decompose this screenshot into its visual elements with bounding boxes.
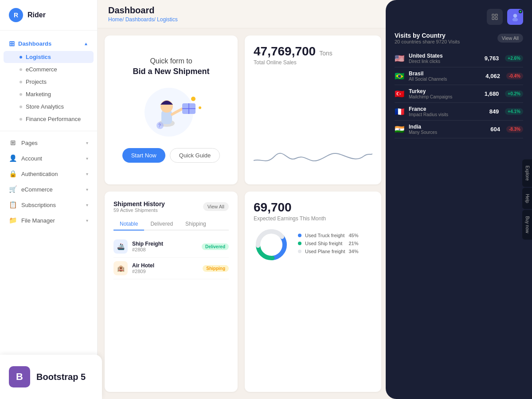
plane-value: 34% (349, 249, 359, 254)
visits-subtitle: 20 countries share 9720 Visits (395, 39, 460, 44)
sidebar-dashboards-toggle[interactable]: ⊞ Dashboards ▲ (0, 37, 97, 51)
chevron-right-icon: ▾ (86, 187, 88, 192)
svg-text:?: ? (158, 123, 161, 128)
sidebar-item-projects[interactable]: Projects (4, 76, 94, 88)
country-item: 🇹🇷 Turkey Mailchimp Campaigns 1,680 +0.2… (395, 85, 523, 103)
page-title: Dashboard (108, 5, 178, 16)
sidebar-item-marketing[interactable]: Marketing (4, 88, 94, 100)
dark-right-panel: Visits by Country 20 countries share 972… (386, 0, 532, 399)
plane-dot (298, 250, 301, 253)
shipment-history-card: Shipment History 59 Active Shipments Vie… (105, 192, 238, 392)
country-info: United States Direct link clicks (409, 53, 481, 64)
online-sales-number: 47,769,700 (254, 44, 316, 59)
sidebar-item-account[interactable]: 👤 Account ▾ (0, 151, 97, 166)
tab-notable[interactable]: Notable (113, 218, 144, 231)
country-value: 9,763 (485, 55, 499, 62)
dot (20, 68, 22, 71)
svg-rect-29 (492, 14, 494, 16)
promo-illustration: ? (136, 83, 207, 141)
country-flag: 🇧🇷 (395, 71, 405, 81)
country-value: 1,680 (485, 90, 499, 97)
quick-guide-button[interactable]: Quick Guide (170, 148, 220, 163)
sidebar-item-pages[interactable]: ⊞ Pages ▾ (0, 135, 97, 150)
online-indicator (519, 10, 522, 13)
country-value: 849 (489, 108, 499, 115)
country-flag: 🇫🇷 (395, 107, 405, 117)
shipment-name: Ship Freight (132, 241, 197, 247)
earnings-number: 69,700 (254, 200, 372, 215)
help-tab[interactable]: Help (522, 188, 532, 209)
ship-value: 21% (349, 241, 359, 246)
bootstrap-text: Bootstrap 5 (36, 372, 86, 382)
dark-panel-icon1[interactable] (487, 9, 503, 25)
country-source: Direct link clicks (409, 59, 481, 64)
svg-point-34 (512, 18, 518, 21)
country-source: Mailchimp Campaigns (409, 94, 481, 99)
dot (20, 93, 22, 96)
shipment-history-header: Shipment History 59 Active Shipments Vie… (113, 200, 229, 213)
shipment-item: 🚢 Ship Freight #2808 Delivered (113, 236, 229, 258)
svg-rect-32 (495, 17, 497, 20)
country-item: 🇺🇸 United States Direct link clicks 9,76… (395, 50, 523, 67)
tab-shipping[interactable]: Shipping (179, 218, 212, 230)
logo-icon: R (9, 8, 23, 22)
sidebar-item-logistics[interactable]: Logistics (4, 51, 94, 63)
country-value: 604 (490, 126, 500, 133)
visits-card: Visits by Country 20 countries share 972… (395, 32, 523, 138)
account-icon: 👤 (9, 154, 17, 162)
country-info: Turkey Mailchimp Campaigns (409, 88, 481, 99)
promo-subtitle: Bid a New Shipment (133, 67, 209, 76)
country-source: Many Sources (409, 130, 487, 135)
bootstrap-icon: B (9, 366, 30, 387)
svg-point-33 (513, 14, 517, 18)
explore-tab[interactable]: Explore (522, 160, 532, 187)
auth-icon: 🔒 (9, 170, 17, 178)
promo-card: Quick form to Bid a New Shipment (105, 35, 238, 184)
change-badge: +4.1% (505, 108, 523, 115)
visits-view-all[interactable]: View All (497, 34, 523, 43)
change-badge: +0.2% (505, 90, 523, 97)
svg-rect-31 (492, 17, 494, 20)
shipment-id: #2809 (132, 269, 198, 274)
sidebar-item-ecommerce[interactable]: eCommerce (4, 63, 94, 75)
dot (20, 81, 22, 83)
plane-label: Used Plane freight (305, 249, 345, 254)
sidebar-item-finance[interactable]: Finance Performance (4, 113, 94, 125)
country-name: Brasil (409, 70, 482, 77)
sidebar-item-store-analytics[interactable]: Store Analytics (4, 101, 94, 113)
country-name: France (409, 106, 486, 112)
sidebar-item-file-manager[interactable]: 📁 File Manager ▾ (0, 213, 97, 228)
country-item: 🇧🇷 Brasil All Social Channels 4,062 -0.4… (395, 67, 523, 85)
ecommerce-icon: 🛒 (9, 185, 17, 193)
chevron-right-icon: ▾ (86, 141, 88, 145)
header-left: Dashboard Home/ Dashboards/ Logistics (108, 5, 178, 23)
buy-now-tab[interactable]: Buy now (522, 210, 532, 239)
pages-icon: ⊞ (9, 139, 17, 147)
country-item: 🇫🇷 France Impact Radius visits 849 +4.1% (395, 103, 523, 121)
chevron-up-icon: ▲ (84, 41, 88, 46)
sidebar-item-authentication[interactable]: 🔒 Authentication ▾ (0, 166, 97, 181)
truck-value: 45% (349, 233, 359, 238)
earnings-card: 69,700 Expected Earnings This Month (245, 192, 381, 392)
sidebar-item-subscriptions[interactable]: 📋 Subscriptions ▾ (0, 197, 97, 212)
start-now-button[interactable]: Start Now (122, 148, 165, 163)
sidebar-dashboards-label: ⊞ Dashboards (9, 39, 51, 48)
status-badge: Shipping (203, 265, 229, 272)
online-sales-unit: Tons (319, 50, 332, 57)
country-name: India (409, 124, 487, 130)
online-sales-card: 47,769,700 Tons Total Online Sales (245, 35, 381, 184)
country-source: Impact Radius visits (409, 112, 486, 117)
status-badge: Delivered (202, 243, 229, 250)
shipment-history-title: Shipment History (113, 200, 165, 207)
shipment-tab-bar: Notable Delivered Shipping (113, 218, 229, 231)
shipment-history-view-all[interactable]: View All (203, 202, 229, 211)
donut-chart (254, 227, 289, 262)
earnings-label: Expected Earnings This Month (254, 215, 372, 222)
app-logo[interactable]: R Rider (0, 0, 97, 31)
sidebar-dashboards-section: ⊞ Dashboards ▲ Logistics eCommerce Proje… (0, 31, 97, 127)
bootstrap-watermark: B Bootstrap 5 (0, 355, 98, 399)
tab-delivered[interactable]: Delivered (144, 218, 179, 230)
sidebar-item-ecommerce2[interactable]: 🛒 eCommerce ▾ (0, 182, 97, 197)
dashboard-icon: ⊞ (9, 39, 15, 48)
promo-buttons: Start Now Quick Guide (122, 148, 220, 163)
